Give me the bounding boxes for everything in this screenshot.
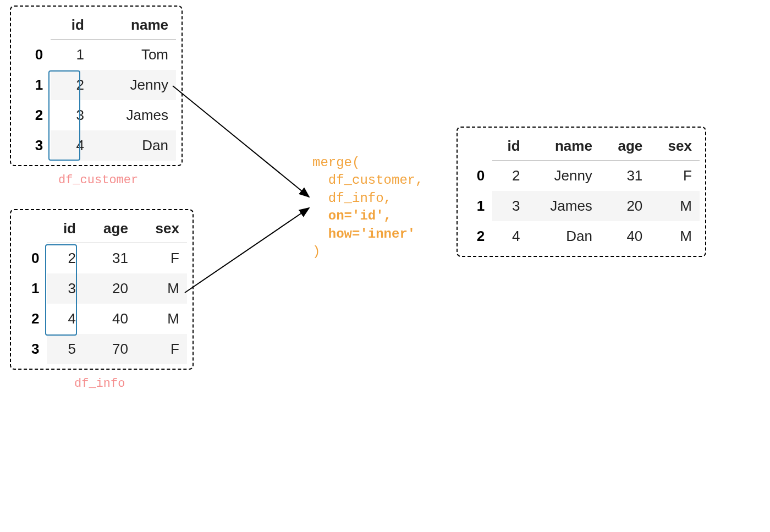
arrow-info-to-merge xyxy=(185,208,309,293)
cell: 3 xyxy=(51,100,92,130)
cell: 40 xyxy=(600,221,650,251)
cell: 3 xyxy=(47,273,84,304)
cell: 70 xyxy=(84,334,136,364)
row-index: 3 xyxy=(16,130,51,161)
table-row: 2 4 Dan 40 M xyxy=(463,221,700,251)
cell: 2 xyxy=(51,70,92,100)
cell: F xyxy=(650,161,700,191)
cell: 4 xyxy=(492,221,527,251)
table-row: 1 3 20 M xyxy=(16,273,187,304)
cell: 40 xyxy=(84,304,136,334)
table-row: 2 3 James xyxy=(16,100,176,130)
col-header: id xyxy=(492,132,527,161)
cell: 5 xyxy=(47,334,84,364)
blank-header xyxy=(16,11,51,40)
df-customer-table: id name 0 1 Tom 1 2 Jenny 2 3 James 3 xyxy=(16,11,176,161)
cell: 4 xyxy=(51,130,92,161)
col-header: sex xyxy=(650,132,700,161)
cell: 2 xyxy=(47,243,84,274)
cell: 3 xyxy=(492,191,527,221)
df-customer-box: id name 0 1 Tom 1 2 Jenny 2 3 James 3 xyxy=(10,6,183,166)
cell: 31 xyxy=(84,243,136,274)
merge-code: merge( df_customer, df_info, on='id', ho… xyxy=(312,154,424,261)
table-row: 0 2 31 F xyxy=(16,243,187,274)
cell: 2 xyxy=(492,161,527,191)
df-info-box: id age sex 0 2 31 F 1 3 20 M 2 4 40 xyxy=(10,209,194,370)
col-header: age xyxy=(84,215,136,243)
cell: 20 xyxy=(600,191,650,221)
code-line: df_info, xyxy=(312,191,392,206)
df-info-table: id age sex 0 2 31 F 1 3 20 M 2 4 40 xyxy=(16,215,187,364)
col-header: id xyxy=(51,11,92,40)
cell: M xyxy=(650,191,700,221)
blank-header xyxy=(463,132,492,161)
code-line: how='inner' xyxy=(312,227,415,242)
cell: Tom xyxy=(92,40,176,70)
code-line: on='id', xyxy=(312,209,392,223)
df-result-table: id name age sex 0 2 Jenny 31 F 1 3 James… xyxy=(463,132,700,251)
row-index: 0 xyxy=(16,243,47,274)
row-index: 2 xyxy=(463,221,492,251)
row-index: 2 xyxy=(16,100,51,130)
table-row: 0 1 Tom xyxy=(16,40,176,70)
cell: James xyxy=(528,191,600,221)
row-index: 0 xyxy=(463,161,492,191)
cell: 1 xyxy=(51,40,92,70)
arrow-customer-to-merge xyxy=(173,86,309,197)
blank-header xyxy=(16,215,47,243)
cell: M xyxy=(136,273,187,304)
code-line: merge( xyxy=(312,155,360,170)
row-index: 1 xyxy=(16,70,51,100)
cell: M xyxy=(136,304,187,334)
cell: Jenny xyxy=(528,161,600,191)
col-header: age xyxy=(600,132,650,161)
table-row: 0 2 Jenny 31 F xyxy=(463,161,700,191)
df-result-box: id name age sex 0 2 Jenny 31 F 1 3 James… xyxy=(457,127,706,257)
row-index: 0 xyxy=(16,40,51,70)
col-header: name xyxy=(92,11,176,40)
table-row: 1 2 Jenny xyxy=(16,70,176,100)
row-index: 3 xyxy=(16,334,47,364)
table-row: 3 4 Dan xyxy=(16,130,176,161)
cell: 20 xyxy=(84,273,136,304)
cell: James xyxy=(92,100,176,130)
row-index: 1 xyxy=(16,273,47,304)
cell: 4 xyxy=(47,304,84,334)
cell: Dan xyxy=(528,221,600,251)
df-customer-label: df_customer xyxy=(58,173,138,187)
cell: F xyxy=(136,243,187,274)
cell: M xyxy=(650,221,700,251)
col-header: sex xyxy=(136,215,187,243)
cell: Jenny xyxy=(92,70,176,100)
table-row: 1 3 James 20 M xyxy=(463,191,700,221)
cell: 31 xyxy=(600,161,650,191)
table-row: 2 4 40 M xyxy=(16,304,187,334)
code-line: ) xyxy=(312,244,320,259)
cell: F xyxy=(136,334,187,364)
col-header: id xyxy=(47,215,84,243)
code-line: df_customer, xyxy=(312,173,424,188)
row-index: 2 xyxy=(16,304,47,334)
table-row: 3 5 70 F xyxy=(16,334,187,364)
df-info-label: df_info xyxy=(74,377,125,391)
row-index: 1 xyxy=(463,191,492,221)
cell: Dan xyxy=(92,130,176,161)
col-header: name xyxy=(528,132,600,161)
